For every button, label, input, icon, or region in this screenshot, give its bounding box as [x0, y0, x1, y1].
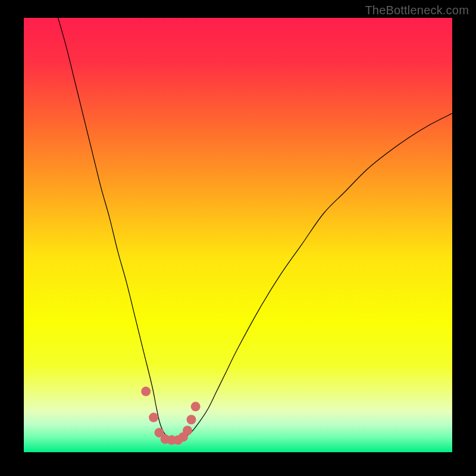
highlight-dot [183, 426, 192, 436]
plot-area [24, 18, 452, 452]
chart-stage: TheBottleneck.com [0, 0, 476, 476]
curve-layer [24, 18, 452, 452]
highlight-dots [141, 387, 201, 445]
highlight-dot [191, 402, 201, 411]
highlight-dot [149, 413, 158, 422]
watermark-text: TheBottleneck.com [365, 4, 469, 17]
highlight-dot [141, 387, 151, 396]
highlight-dot [187, 415, 196, 424]
bottleneck-curve [58, 18, 452, 439]
